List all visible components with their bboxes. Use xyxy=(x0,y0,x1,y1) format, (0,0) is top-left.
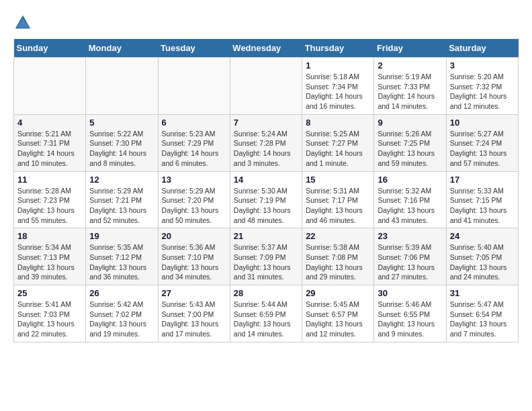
calendar-cell: 28Sunrise: 5:44 AMSunset: 6:59 PMDayligh… xyxy=(230,285,302,342)
calendar-cell: 9Sunrise: 5:26 AMSunset: 7:25 PMDaylight… xyxy=(374,114,446,171)
calendar-cell: 30Sunrise: 5:46 AMSunset: 6:55 PMDayligh… xyxy=(374,285,446,342)
weekday-header-thursday: Thursday xyxy=(302,39,374,58)
day-detail: Sunrise: 5:23 AMSunset: 7:29 PMDaylight:… xyxy=(162,129,226,169)
calendar-cell: 8Sunrise: 5:25 AMSunset: 7:27 PMDaylight… xyxy=(302,114,374,171)
day-number: 29 xyxy=(306,288,370,298)
calendar-cell xyxy=(86,58,158,115)
day-detail: Sunrise: 5:37 AMSunset: 7:09 PMDaylight:… xyxy=(234,242,298,282)
day-detail: Sunrise: 5:38 AMSunset: 7:08 PMDaylight:… xyxy=(306,242,370,282)
calendar-cell: 11Sunrise: 5:28 AMSunset: 7:23 PMDayligh… xyxy=(14,171,86,228)
day-number: 6 xyxy=(162,118,226,128)
day-detail: Sunrise: 5:44 AMSunset: 6:59 PMDaylight:… xyxy=(234,300,298,339)
calendar-cell: 7Sunrise: 5:24 AMSunset: 7:28 PMDaylight… xyxy=(230,114,302,171)
weekday-header-monday: Monday xyxy=(86,39,158,58)
day-detail: Sunrise: 5:28 AMSunset: 7:23 PMDaylight:… xyxy=(17,186,82,226)
day-detail: Sunrise: 5:29 AMSunset: 7:21 PMDaylight:… xyxy=(89,186,154,226)
day-number: 3 xyxy=(450,60,515,71)
day-detail: Sunrise: 5:26 AMSunset: 7:25 PMDaylight:… xyxy=(378,129,442,169)
day-number: 22 xyxy=(306,231,370,241)
calendar-cell: 31Sunrise: 5:47 AMSunset: 6:54 PMDayligh… xyxy=(446,285,518,342)
day-number: 28 xyxy=(234,288,298,298)
day-detail: Sunrise: 5:18 AMSunset: 7:34 PMDaylight:… xyxy=(306,72,370,111)
day-detail: Sunrise: 5:24 AMSunset: 7:28 PMDaylight:… xyxy=(234,129,298,169)
day-number: 26 xyxy=(89,288,154,298)
logo-icon xyxy=(13,13,32,32)
weekday-header-wednesday: Wednesday xyxy=(230,39,302,58)
calendar-cell: 12Sunrise: 5:29 AMSunset: 7:21 PMDayligh… xyxy=(86,171,158,228)
calendar-cell: 26Sunrise: 5:42 AMSunset: 7:02 PMDayligh… xyxy=(86,285,158,342)
day-detail: Sunrise: 5:21 AMSunset: 7:31 PMDaylight:… xyxy=(17,129,82,169)
day-detail: Sunrise: 5:20 AMSunset: 7:32 PMDaylight:… xyxy=(450,72,515,111)
day-detail: Sunrise: 5:32 AMSunset: 7:16 PMDaylight:… xyxy=(378,186,442,226)
calendar-cell: 10Sunrise: 5:27 AMSunset: 7:24 PMDayligh… xyxy=(446,114,518,171)
day-number: 5 xyxy=(89,118,154,128)
day-detail: Sunrise: 5:46 AMSunset: 6:55 PMDaylight:… xyxy=(378,300,442,339)
day-detail: Sunrise: 5:41 AMSunset: 7:03 PMDaylight:… xyxy=(17,300,82,339)
day-number: 19 xyxy=(89,231,154,241)
calendar-cell: 27Sunrise: 5:43 AMSunset: 7:00 PMDayligh… xyxy=(158,285,230,342)
calendar-cell: 29Sunrise: 5:45 AMSunset: 6:57 PMDayligh… xyxy=(302,285,374,342)
day-detail: Sunrise: 5:33 AMSunset: 7:15 PMDaylight:… xyxy=(450,186,515,226)
calendar-cell: 15Sunrise: 5:31 AMSunset: 7:17 PMDayligh… xyxy=(302,171,374,228)
day-number: 9 xyxy=(378,118,442,128)
day-detail: Sunrise: 5:43 AMSunset: 7:00 PMDaylight:… xyxy=(162,300,226,339)
weekday-header-friday: Friday xyxy=(374,39,446,58)
day-number: 13 xyxy=(162,175,226,185)
day-number: 31 xyxy=(450,288,515,298)
day-detail: Sunrise: 5:25 AMSunset: 7:27 PMDaylight:… xyxy=(306,129,370,169)
calendar-cell: 14Sunrise: 5:30 AMSunset: 7:19 PMDayligh… xyxy=(230,171,302,228)
day-detail: Sunrise: 5:29 AMSunset: 7:20 PMDaylight:… xyxy=(162,186,226,226)
week-row-4: 18Sunrise: 5:34 AMSunset: 7:13 PMDayligh… xyxy=(14,228,519,285)
day-detail: Sunrise: 5:31 AMSunset: 7:17 PMDaylight:… xyxy=(306,186,370,226)
day-detail: Sunrise: 5:22 AMSunset: 7:30 PMDaylight:… xyxy=(89,129,154,169)
day-number: 15 xyxy=(306,175,370,185)
week-row-2: 4Sunrise: 5:21 AMSunset: 7:31 PMDaylight… xyxy=(14,114,519,171)
day-number: 23 xyxy=(378,231,442,241)
calendar-cell: 6Sunrise: 5:23 AMSunset: 7:29 PMDaylight… xyxy=(158,114,230,171)
day-number: 10 xyxy=(450,118,515,128)
day-detail: Sunrise: 5:35 AMSunset: 7:12 PMDaylight:… xyxy=(89,242,154,282)
day-detail: Sunrise: 5:42 AMSunset: 7:02 PMDaylight:… xyxy=(89,300,154,339)
calendar-cell: 21Sunrise: 5:37 AMSunset: 7:09 PMDayligh… xyxy=(230,228,302,285)
weekday-header-tuesday: Tuesday xyxy=(158,39,230,58)
day-detail: Sunrise: 5:27 AMSunset: 7:24 PMDaylight:… xyxy=(450,129,515,169)
calendar-cell: 19Sunrise: 5:35 AMSunset: 7:12 PMDayligh… xyxy=(86,228,158,285)
weekday-header-saturday: Saturday xyxy=(446,39,518,58)
calendar-cell: 23Sunrise: 5:39 AMSunset: 7:06 PMDayligh… xyxy=(374,228,446,285)
day-detail: Sunrise: 5:47 AMSunset: 6:54 PMDaylight:… xyxy=(450,300,515,339)
calendar-cell: 20Sunrise: 5:36 AMSunset: 7:10 PMDayligh… xyxy=(158,228,230,285)
day-number: 18 xyxy=(17,231,82,241)
calendar-cell: 3Sunrise: 5:20 AMSunset: 7:32 PMDaylight… xyxy=(446,58,518,115)
day-number: 2 xyxy=(378,60,442,71)
day-detail: Sunrise: 5:19 AMSunset: 7:33 PMDaylight:… xyxy=(378,72,442,111)
day-number: 27 xyxy=(162,288,226,298)
calendar-cell xyxy=(14,58,86,115)
day-number: 4 xyxy=(17,118,82,128)
day-number: 20 xyxy=(162,231,226,241)
day-detail: Sunrise: 5:40 AMSunset: 7:05 PMDaylight:… xyxy=(450,242,515,282)
calendar-table: SundayMondayTuesdayWednesdayThursdayFrid… xyxy=(13,39,519,342)
week-row-1: 1Sunrise: 5:18 AMSunset: 7:34 PMDaylight… xyxy=(14,58,519,115)
day-number: 16 xyxy=(378,175,442,185)
calendar-cell: 2Sunrise: 5:19 AMSunset: 7:33 PMDaylight… xyxy=(374,58,446,115)
calendar-cell: 18Sunrise: 5:34 AMSunset: 7:13 PMDayligh… xyxy=(14,228,86,285)
calendar-cell: 16Sunrise: 5:32 AMSunset: 7:16 PMDayligh… xyxy=(374,171,446,228)
calendar-cell: 13Sunrise: 5:29 AMSunset: 7:20 PMDayligh… xyxy=(158,171,230,228)
day-number: 11 xyxy=(17,175,82,185)
calendar-cell xyxy=(158,58,230,115)
calendar-cell: 4Sunrise: 5:21 AMSunset: 7:31 PMDaylight… xyxy=(14,114,86,171)
calendar-cell: 17Sunrise: 5:33 AMSunset: 7:15 PMDayligh… xyxy=(446,171,518,228)
calendar-cell: 22Sunrise: 5:38 AMSunset: 7:08 PMDayligh… xyxy=(302,228,374,285)
day-number: 14 xyxy=(234,175,298,185)
logo xyxy=(13,13,35,32)
day-number: 25 xyxy=(17,288,82,298)
calendar-cell: 1Sunrise: 5:18 AMSunset: 7:34 PMDaylight… xyxy=(302,58,374,115)
calendar-cell xyxy=(230,58,302,115)
day-number: 30 xyxy=(378,288,442,298)
day-detail: Sunrise: 5:36 AMSunset: 7:10 PMDaylight:… xyxy=(162,242,226,282)
day-number: 8 xyxy=(306,118,370,128)
week-row-3: 11Sunrise: 5:28 AMSunset: 7:23 PMDayligh… xyxy=(14,171,519,228)
day-number: 1 xyxy=(306,60,370,71)
day-number: 21 xyxy=(234,231,298,241)
weekday-header-row: SundayMondayTuesdayWednesdayThursdayFrid… xyxy=(14,39,519,58)
